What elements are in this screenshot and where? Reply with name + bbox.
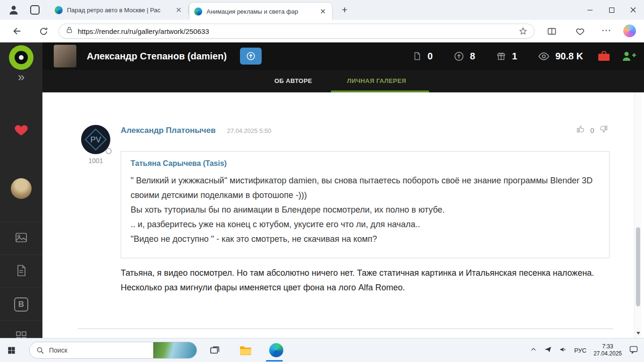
copilot-icon[interactable] — [623, 25, 636, 37]
stat-value: 0 — [428, 51, 433, 62]
add-person-icon[interactable] — [621, 50, 636, 62]
eye-icon — [538, 50, 550, 62]
comment-date: 27.04.2025 5:50 — [227, 127, 271, 134]
profile-header: Александр Степанов (damien) 0 8 1 — [42, 42, 644, 70]
quoted-comment: Татьяна Сарычева (Tasis) " Великий и ужж… — [121, 151, 610, 258]
back-icon[interactable] — [11, 25, 23, 37]
stat-awards: 1 — [496, 51, 517, 62]
site-info-lock-icon[interactable] — [66, 26, 73, 36]
language-indicator[interactable]: РУС — [574, 347, 586, 354]
clock[interactable]: 7:33 27.04.2025 — [594, 343, 622, 357]
sidebar-item-blog[interactable]: B — [0, 288, 42, 321]
window-minimize-button[interactable] — [579, 0, 601, 20]
tab-actions-icon[interactable] — [30, 5, 40, 15]
window-controls — [579, 0, 644, 20]
url-text: https://render.ru/ru/gallery/artwork/250… — [78, 27, 209, 35]
profile-name: Александр Степанов (damien) — [87, 51, 227, 62]
system-tray: РУС 7:33 27.04.2025 — [523, 343, 638, 357]
image-icon — [15, 231, 28, 246]
refresh-icon[interactable] — [38, 25, 49, 37]
render-ru-logo-icon[interactable] — [9, 45, 33, 70]
tab-close-icon[interactable] — [319, 7, 327, 16]
tab-about-author[interactable]: ОБ АВТОРЕ — [274, 77, 312, 84]
sidebar-expand-icon[interactable]: » — [0, 70, 42, 84]
browser-tab-inactive[interactable]: Парад ретро авто в Москве | Рас — [50, 0, 188, 20]
stat-posts: 0 — [413, 51, 433, 62]
favorites-heart-icon[interactable] — [11, 118, 31, 137]
quote-paragraph: " Великий и ужжжасный" мистификатор dami… — [131, 173, 600, 203]
stat-views: 90.8 K — [538, 50, 583, 62]
browser-tab-strip: Парад ретро авто в Москве | Рас Анимация… — [0, 0, 644, 20]
svg-text:PV: PV — [91, 135, 101, 144]
profile-nav: ОБ АВТОРЕ ЛИЧНАЯ ГАЛЕРЕЯ — [42, 70, 644, 92]
browser-profile-icon[interactable] — [8, 4, 20, 16]
window-close-button[interactable] — [622, 0, 644, 20]
volume-icon[interactable] — [559, 346, 567, 355]
quote-author-name[interactable]: Татьяна Сарычева (Tasis) — [131, 159, 600, 168]
thumb-up-icon[interactable] — [576, 124, 586, 136]
upload-button[interactable] — [240, 48, 262, 65]
clock-time: 7:33 — [594, 343, 622, 350]
profile-avatar[interactable] — [54, 45, 76, 67]
tab-close-icon[interactable] — [174, 6, 183, 14]
comment-divider — [78, 329, 613, 329]
search-highlight-image — [153, 342, 197, 359]
new-tab-button[interactable]: + — [339, 4, 351, 16]
task-view-icon[interactable] — [209, 345, 220, 356]
document-icon — [15, 264, 28, 279]
author-rating: 1001 — [81, 157, 110, 165]
browser-toolbar: https://render.ru/ru/gallery/artwork/250… — [0, 20, 644, 42]
thumb-down-icon[interactable] — [599, 124, 608, 136]
window-maximize-button[interactable] — [601, 0, 622, 20]
action-center-icon[interactable] — [629, 345, 638, 356]
sidebar-user-avatar[interactable] — [11, 178, 32, 199]
quote-paragraph: .. и, разберитесь уже на конец с ютубом,… — [131, 217, 600, 232]
search-icon — [36, 346, 44, 354]
status-dot — [106, 148, 112, 154]
tab-personal-gallery[interactable]: ЛИЧНАЯ ГАЛЕРЕЯ — [347, 77, 406, 84]
sidebar: » B — [0, 42, 42, 338]
page-scrollbar[interactable] — [634, 92, 641, 338]
tab-title: Парад ретро авто в Москве | Рас — [67, 7, 174, 14]
taskbar: Поиск РУС 7:33 27.04.2025 — [0, 338, 644, 362]
arrow-up-circle-icon — [454, 51, 464, 62]
tab-favicon-icon — [194, 8, 202, 16]
sidebar-item-community[interactable] — [0, 321, 42, 338]
tab-title: Анимация рекламы и света фар — [206, 8, 319, 15]
taskbar-search[interactable]: Поиск — [29, 342, 197, 359]
airplane-icon[interactable] — [544, 346, 552, 355]
split-screen-icon[interactable] — [546, 25, 557, 37]
profile-stats: 0 8 1 90.8 K — [392, 50, 644, 62]
stat-value: 1 — [512, 51, 517, 62]
edge-app-icon[interactable] — [269, 343, 283, 357]
scrollbar-thumb[interactable] — [636, 227, 640, 306]
address-bar[interactable]: https://render.ru/ru/gallery/artwork/250… — [58, 24, 535, 39]
search-placeholder: Поиск — [49, 346, 67, 354]
file-explorer-icon[interactable] — [239, 345, 252, 356]
scrollbar-down-icon[interactable] — [635, 329, 642, 337]
screen: Парад ретро авто в Москве | Рас Анимация… — [0, 0, 644, 362]
browser-essentials-icon[interactable] — [574, 25, 586, 37]
grid-icon — [15, 330, 28, 338]
quote-paragraph: "Видео не доступно " - как это смотреть,… — [131, 232, 600, 247]
gift-icon — [496, 51, 506, 61]
briefcase-icon[interactable] — [597, 50, 611, 62]
favorites-star-icon[interactable] — [519, 27, 528, 36]
windows-logo-icon — [7, 346, 16, 354]
comment-reply-text: Татьяна, я видео посмотрел. Но там абсол… — [121, 266, 611, 295]
tab-favicon-icon — [55, 6, 63, 14]
settings-more-icon[interactable]: ⋯ — [600, 24, 613, 37]
tray-chevron-up-icon[interactable] — [530, 346, 537, 355]
browser-tab-active[interactable]: Анимация рекламы и света фар — [190, 3, 332, 20]
posts-document-icon — [413, 51, 422, 61]
blog-letter-icon: B — [14, 297, 28, 312]
start-button[interactable] — [0, 338, 23, 362]
comment-author-name[interactable]: Александр Платонычев — [121, 126, 215, 135]
sidebar-item-gallery[interactable] — [0, 222, 42, 255]
like-count: 0 — [590, 126, 594, 134]
comments-section: PV 1001 Александр Платонычев 27.04.2025 … — [42, 92, 634, 338]
sidebar-item-documents[interactable] — [0, 255, 42, 288]
quote-paragraph: Вы хоть туториалы бы по анимации в Бленд… — [131, 203, 600, 217]
page-viewport: » B — [0, 42, 644, 338]
stat-rating: 8 — [454, 51, 475, 62]
